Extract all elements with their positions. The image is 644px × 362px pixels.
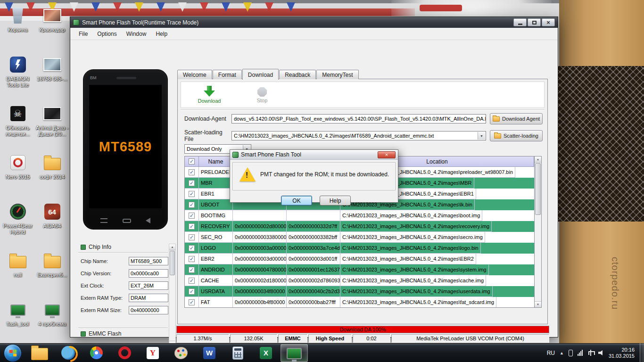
desktop-icon[interactable]: Nero 2015 [0, 150, 35, 199]
taskbar-app[interactable] [167, 344, 195, 362]
desktop-icon[interactable]: flash_tool [0, 297, 35, 346]
taskbar-app[interactable] [139, 344, 166, 362]
tab[interactable]: Welcome [177, 70, 212, 79]
tab[interactable]: Download [242, 69, 279, 80]
cell-name: ANDROID [199, 264, 233, 275]
desktop-icon[interactable]: Power4Gear Hybrid [0, 199, 35, 248]
row-checkbox[interactable] [189, 223, 195, 230]
taskbar-app[interactable] [26, 344, 53, 362]
usb-icon[interactable] [587, 350, 594, 356]
desktop-icon[interactable]: софт 2014 [34, 150, 70, 199]
table-row[interactable]: LOGO 0x0000000003a00000 0x0000000003a7ce… [185, 243, 534, 254]
desktop-icon[interactable]: Екатеринб... [34, 248, 70, 297]
scroll-up-icon[interactable]: ▲ [169, 244, 175, 250]
taskbar-app[interactable] [252, 344, 280, 362]
folder-icon [493, 116, 500, 122]
scrollbar-thumb[interactable] [170, 251, 175, 275]
phone-back-icon [146, 218, 150, 223]
stop-tool-button[interactable]: Stop [247, 86, 277, 103]
table-scrollbar[interactable]: ▲ ▼ [534, 156, 541, 307]
table-row[interactable]: BOOTIMG C:\HM2013023_images_JHBCNAL5.0_4… [185, 210, 534, 221]
chevron-down-icon[interactable]: ▼ [478, 132, 485, 140]
desktop-icon[interactable]: null [0, 248, 35, 297]
table-row[interactable]: SEC_RO 0x0000000003380000 0x000000000338… [185, 232, 534, 243]
desktop-icon[interactable]: 4 проблема [34, 297, 70, 346]
table-row[interactable]: CACHE 0x000000002d180000 0x000000002d786… [185, 275, 534, 286]
scatter-file-combobox[interactable]: C:\HM2013023_images_JHBCNAL5.0_4.2\image… [231, 131, 486, 140]
cell-name: CACHE [199, 275, 233, 286]
tab[interactable]: Readback [279, 70, 316, 79]
dialog-close-button[interactable]: × [378, 151, 396, 158]
device-icon[interactable] [569, 350, 573, 356]
select-all-checkbox[interactable] [189, 158, 195, 165]
scatter-loading-button[interactable]: Scatter-loading [490, 130, 543, 141]
stop-tool-label: Stop [257, 98, 268, 103]
table-row[interactable]: ANDROID 0x0000000004780000 0x000000001ec… [185, 264, 534, 275]
taskbar-app[interactable] [196, 344, 223, 362]
row-checkbox[interactable] [189, 213, 195, 219]
tab[interactable]: Format [213, 70, 242, 79]
taskbar-app[interactable] [224, 344, 251, 362]
menu-item[interactable]: Window [122, 29, 151, 39]
row-checkbox[interactable] [189, 180, 195, 186]
desktop-icon[interactable]: Корзина [0, 3, 35, 52]
desktop-icon[interactable]: Animal Джаз - Дыши (20... [34, 101, 70, 150]
menu-item[interactable]: File [74, 29, 92, 39]
taskbar-clock[interactable]: 20:16 31.03.2015 [609, 347, 635, 359]
close-button[interactable]: × [542, 18, 555, 26]
desktop-icon[interactable]: Обновить лицензи... [0, 101, 35, 150]
scroll-up-icon[interactable]: ▲ [535, 156, 541, 163]
row-checkbox[interactable] [189, 299, 195, 305]
taskbar-app[interactable] [83, 344, 110, 362]
window-titlebar[interactable]: Smart Phone Flash Tool(Runtime Trace Mod… [70, 17, 558, 28]
network-signal-icon[interactable] [578, 350, 583, 356]
row-checkbox[interactable] [189, 267, 195, 273]
ok-button[interactable]: OK [281, 196, 312, 206]
table-row[interactable]: FAT 0x00000000b4f80000 0x00000000bab27ff… [185, 297, 534, 307]
desktop-icon[interactable]: 16758 085-... [34, 52, 70, 101]
tab[interactable]: MemoryTest [316, 70, 358, 79]
row-checkbox[interactable] [189, 234, 195, 240]
table-row[interactable]: EBR2 0x0000000003d00000 0x0000000003d001… [185, 254, 534, 264]
row-checkbox[interactable] [189, 256, 195, 262]
row-checkbox[interactable] [189, 288, 195, 295]
taskbar-app[interactable] [54, 344, 82, 362]
table-row[interactable]: RECOVERY 0x0000000002d80000 0x0000000003… [185, 221, 534, 232]
help-button[interactable]: Help [320, 196, 351, 206]
speaker-icon[interactable] [598, 350, 604, 355]
desktop-icon[interactable]: AIDA64 [34, 199, 70, 248]
cell-location: C:\HM2013023_images_JHBCNAL5.0_4.2\image… [340, 221, 492, 232]
language-indicator[interactable]: RU [547, 350, 555, 356]
row-checkbox[interactable] [189, 202, 195, 208]
left-panel-scrollbar[interactable]: ▲ ▼ [169, 244, 176, 347]
minimize-button[interactable] [513, 18, 527, 26]
row-checkbox[interactable] [189, 245, 195, 251]
dialog-titlebar[interactable]: Smart Phone Flash Tool × [230, 150, 398, 160]
scrollbar-thumb[interactable] [535, 163, 541, 215]
table-row[interactable]: USRDATA 0x0000000034f80000 0x0000000040c… [185, 286, 534, 297]
cell-name: LOGO [199, 243, 233, 254]
scroll-down-icon[interactable]: ▼ [535, 301, 541, 307]
chip-info-title: Chip Info [89, 244, 111, 250]
maximize-button[interactable] [528, 18, 541, 26]
chip-info-field-value: 0x0000ca00 [129, 269, 168, 278]
download-agent-button[interactable]: Download Agent [490, 113, 543, 124]
menu-item[interactable]: Help [151, 29, 172, 39]
start-button[interactable] [4, 344, 22, 362]
row-checkbox[interactable] [189, 278, 195, 284]
column-header-name[interactable]: Name [199, 156, 233, 167]
row-checkbox[interactable] [189, 191, 195, 197]
phone-home-icon [123, 219, 131, 223]
desktop-icon[interactable]: DAEMON Tools Lite [0, 52, 35, 101]
status-cell: 132.05K [230, 334, 277, 343]
pennant-flag [91, 2, 100, 12]
download-agent-input[interactable]: dows_v5.1420.00\SP_Flash_Tool_exe_window… [231, 114, 486, 123]
tray-expand-icon[interactable]: ▲ [560, 351, 564, 355]
taskbar-app[interactable] [281, 344, 308, 362]
menu-item[interactable]: Options [92, 29, 121, 39]
show-desktop-button[interactable] [640, 343, 644, 362]
desktop-icon[interactable]: Краснодар [34, 3, 70, 52]
row-checkbox[interactable] [189, 169, 195, 175]
taskbar-app[interactable] [111, 344, 138, 362]
download-tool-button[interactable]: Download [194, 86, 224, 104]
